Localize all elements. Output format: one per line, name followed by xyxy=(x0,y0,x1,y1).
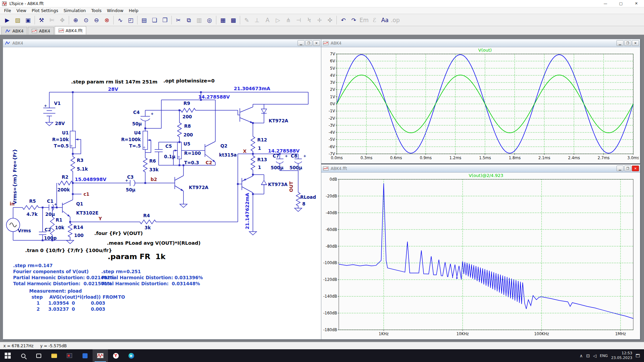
toolbar: ▶▨▣⚒✄✥⊕⊙⊖⊗∿◰▤❏❐✂⧉▥◎▦▩✎⊥A▷⋔⊣Ϟ✛✜↶↷EmℰAa.op xyxy=(0,14,644,26)
draw-wire-button: ✎ xyxy=(242,15,252,25)
zoom-previous-button[interactable]: ⊙ xyxy=(81,15,91,25)
pinned-app-2-icon xyxy=(83,353,88,358)
maximize-button[interactable]: ❐ xyxy=(624,40,631,46)
fft-plot[interactable]: 0dB-20dB-40dB-60dB-80dB-100dB-120dB-140d… xyxy=(321,173,639,339)
maximize-button[interactable]: ▢ xyxy=(613,0,629,7)
tray-language[interactable]: ENG xyxy=(600,354,608,358)
schematic-label: R6 xyxy=(149,158,156,164)
text-button[interactable]: Aa xyxy=(380,15,390,25)
taskbar-ltspice-button[interactable] xyxy=(93,349,108,362)
autorange-button[interactable]: ∿ xyxy=(115,15,125,25)
ltspice-application: LTspice - ABK4.fft — ▢ ✕ FileViewPlot Se… xyxy=(0,0,644,362)
save-button[interactable]: ▣ xyxy=(23,15,33,25)
svg-text:2.7ms: 2.7ms xyxy=(598,156,609,160)
svg-text:10KHz: 10KHz xyxy=(457,331,469,336)
tile-horizontal-button[interactable]: ▤ xyxy=(139,15,149,25)
control-panel-button[interactable]: ⚒ xyxy=(37,15,46,25)
menu-item-help[interactable]: Help xyxy=(126,7,141,14)
menu-item-simulation[interactable]: Simulation xyxy=(61,7,89,14)
schematic-window-titlebar[interactable]: ABK4 ▁ ❐ ✕ xyxy=(3,39,321,47)
schematic-label: Vrms={rm} Fre={Fr} xyxy=(12,149,17,204)
copy-button[interactable]: ⧉ xyxy=(184,15,194,25)
taskbar-pinned-app-1[interactable] xyxy=(62,349,77,362)
waveform-plot[interactable]: 7V6V5V4V3V2V1V0V-1V-2V-3V-4V-5V-6V-7V0.0… xyxy=(321,47,639,163)
svg-text:1.2ms: 1.2ms xyxy=(449,156,461,160)
zoom-out-button[interactable]: ⊖ xyxy=(92,15,101,25)
schematic-label: TO xyxy=(118,294,125,300)
file-explorer-icon xyxy=(51,354,57,358)
tab-label: ABK4 xyxy=(12,28,23,34)
minimize-button[interactable]: ▁ xyxy=(298,40,305,46)
tray-display-icon[interactable]: ⊡ xyxy=(586,353,590,358)
open-file-button[interactable]: ▨ xyxy=(13,15,22,25)
schematic-label: AVG(v(out)*i(rload)) xyxy=(49,294,101,300)
schematic-label: R5 xyxy=(29,198,36,204)
schematic-label: 1 xyxy=(37,300,40,306)
redo-button[interactable]: ↷ xyxy=(349,15,359,25)
maximize-button[interactable]: ❐ xyxy=(305,40,312,46)
minimize-button[interactable]: ▁ xyxy=(616,40,624,46)
schematic-canvas[interactable]: .step param rm list 147m 251m.opt plotwi… xyxy=(3,47,320,339)
tab-abk4-0[interactable]: ABK4 xyxy=(1,27,27,35)
cascade-button[interactable]: ❏ xyxy=(150,15,159,25)
menu-item-plot-settings[interactable]: Plot Settings xyxy=(29,7,61,14)
schematic-label: C1 xyxy=(47,198,53,204)
taskbar-task-view-button[interactable] xyxy=(31,349,46,362)
run-button[interactable]: ▶ xyxy=(2,15,12,25)
waveform-window-titlebar[interactable]: ABK4 ▁ ❐ ✕ xyxy=(321,39,640,47)
tray-speaker-icon[interactable]: ◁ xyxy=(593,353,596,358)
taskbar-start-button[interactable] xyxy=(0,349,15,362)
schematic-label: R3 xyxy=(77,158,84,163)
cascade-new-button[interactable]: ❐ xyxy=(160,15,170,25)
svg-text:-1V: -1V xyxy=(329,109,335,113)
spice-directive-button: .op xyxy=(390,15,400,25)
toolbar-separator xyxy=(113,16,114,24)
tab-abk4-1[interactable]: ABK4 xyxy=(28,27,54,35)
find-button[interactable]: ◎ xyxy=(205,15,214,25)
maximize-button[interactable]: ❐ xyxy=(624,166,631,171)
print-preview-button[interactable]: ▩ xyxy=(228,15,238,25)
bjt-button: ⋔ xyxy=(283,15,293,25)
taskbar-pinned-app-2[interactable] xyxy=(77,349,93,362)
schematic-label: R=100k xyxy=(121,137,141,142)
taskbar-yandex-browser-button[interactable]: Y xyxy=(108,349,123,362)
schematic-label: + xyxy=(54,202,57,206)
zoom-fit-button[interactable]: ◰ xyxy=(126,15,136,25)
svg-text:-5V: -5V xyxy=(329,137,335,142)
plot-title: V(out) xyxy=(478,48,492,53)
fft-window-titlebar[interactable]: ABK4.fft ▁ ❐ ✕ xyxy=(321,165,640,173)
close-button[interactable]: ✕ xyxy=(632,40,639,46)
close-button[interactable]: ✕ xyxy=(632,166,639,171)
taskbar-search-button[interactable] xyxy=(15,349,31,362)
schematic-label: + xyxy=(44,104,47,108)
zoom-region-button[interactable]: ⊗ xyxy=(102,15,112,25)
minimize-button[interactable]: — xyxy=(598,0,613,7)
svg-text:-40dB: -40dB xyxy=(326,210,337,215)
schematic-label: OUT xyxy=(288,181,294,192)
print-button[interactable]: ▦ xyxy=(218,15,228,25)
menu-item-tools[interactable]: Tools xyxy=(89,7,104,14)
cut-button[interactable]: ✂ xyxy=(173,15,183,25)
schematic-label: 0.1µ xyxy=(164,154,175,159)
menu-item-view[interactable]: View xyxy=(14,7,29,14)
close-button[interactable]: ✕ xyxy=(629,0,644,7)
tray-chevron-icon[interactable]: ∧ xyxy=(580,353,583,358)
tab-abk4-fft-2[interactable]: ABK4.fft xyxy=(55,26,87,35)
minimize-button[interactable]: ▁ xyxy=(616,166,624,171)
tray-clock[interactable]: 12:5323.05.2023 xyxy=(611,351,632,360)
system-tray: ∧⊡◁ENG12:5323.05.2023🗔 xyxy=(580,351,644,360)
undo-button[interactable]: ↶ xyxy=(338,15,348,25)
stop-simulation-button: ✄ xyxy=(47,15,57,25)
notification-icon[interactable]: 🗔 xyxy=(636,353,640,358)
schematic-label: U1 xyxy=(62,130,69,135)
schematic-label: 28V xyxy=(55,121,65,126)
toolbar-separator xyxy=(336,16,337,24)
taskbar-edge-button[interactable]: e xyxy=(123,349,139,362)
taskbar-file-explorer-button[interactable] xyxy=(46,349,62,362)
zoom-in-button[interactable]: ⊕ xyxy=(71,15,80,25)
mdi-workspace: ABK4 ▁ ❐ ✕ .step param rm list 147m 251m… xyxy=(0,35,644,342)
menu-item-file[interactable]: File xyxy=(1,7,14,14)
schematic-label: Partial Harmonic Distortion: 0.031396% xyxy=(101,275,203,280)
close-button[interactable]: ✕ xyxy=(313,40,320,46)
menu-item-window[interactable]: Window xyxy=(104,7,126,14)
